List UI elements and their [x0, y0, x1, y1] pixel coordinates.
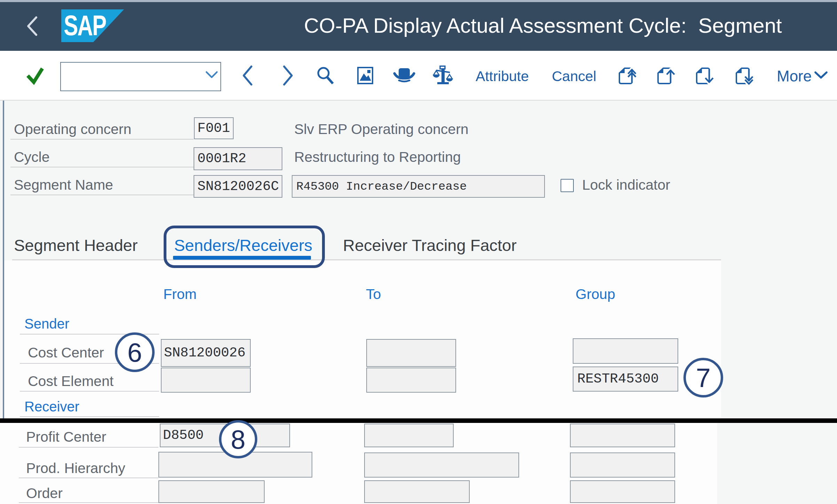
- svg-text:SAP: SAP: [64, 9, 106, 41]
